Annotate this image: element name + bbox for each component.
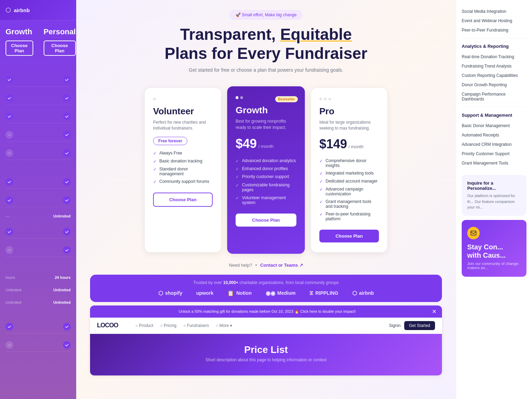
growth-feature-3: ✓Priority customer support [236,174,296,179]
stay-connected-title: Stay Con...with Caus... [467,243,521,259]
locoo-nav-more[interactable]: ○More▾ [216,323,232,328]
volunteer-feature-3: ✓Standard donor management [153,167,213,176]
growth-period: / month [258,143,274,149]
x-icon-left-11: ✕ [6,341,13,349]
locoo-logo: LOCOO [97,322,118,329]
inquire-card: Inquire for a Personalize... Our platfor… [462,175,526,216]
locoo-nav-actions: Signin Get Started [389,321,435,330]
logos-row: ⬡ shopify upwork 📋 Notion ◉◉ Medium ⧖ RI… [104,290,428,296]
locoo-nav-product[interactable]: ○Product [135,323,153,328]
sidebar-growth-label: Growth [6,27,33,36]
feature-row-6 [6,175,71,189]
time-left-2: Unlimited [6,288,21,292]
volunteer-cta-button[interactable]: Choose Plan [153,193,213,207]
sidebar-choose-plan-personal[interactable]: Choose Plan [44,41,76,56]
feature-row-8 [6,225,71,239]
rs-analytics-title: Analytics & Reporting [462,44,526,49]
growth-dot-1 [236,96,238,99]
locoo-nav-pricing[interactable]: ○Pricing [160,323,177,328]
airbnb-label: airbnb [359,290,374,296]
hero-title-highlight: Equitable [280,25,352,43]
volunteer-feature-2: ✓Basic donation tracking [153,159,213,164]
rs-grant-tools[interactable]: Grant Management Tools [462,159,526,168]
rs-automated-receipts[interactable]: Automated Receipts [462,131,526,140]
feature-row-1 [6,73,71,87]
volunteer-free-badge: Free forever [153,137,187,145]
pro-feature-1: ✓Comprehensive donor insights [319,158,379,168]
pro-feature-4: ✓Advanced campaign customization [319,187,379,196]
volunteer-plan-name: Volunteer [153,106,213,117]
pro-price: $149 [319,137,347,151]
growth-feature-1: ✓Advanced donation analytics [236,158,296,163]
pro-cta-button[interactable]: Choose Plan [319,230,379,242]
stay-connected-body: Join our community of change-makers an..… [467,261,521,270]
right-sidebar: Social Media Integration Event and Webin… [456,0,532,399]
volunteer-card: Volunteer Perfect for new charities and … [145,88,221,252]
sidebar-choose-plan-growth[interactable]: Choose Plan [6,41,33,56]
volunteer-features: ✓Always Free ✓Basic donation tracking ✓S… [153,151,213,184]
rs-event-hosting[interactable]: Event and Webinar Hosting [462,16,526,26]
logo-notion: 📋 Notion [227,290,251,296]
check-right-2 [63,94,71,102]
rs-divider-1 [462,38,526,38]
time-left-3: Unlimited [6,300,21,304]
feature-row-11: ✕ [6,338,71,352]
time-row-1: hours 24 hours [6,274,71,281]
help-row: Need help? • Contact or Teams ↗ [76,259,456,271]
sidebar-header: ⬡ airbnb [0,0,76,20]
rs-donor-growth[interactable]: Donor Growth Reporting [462,80,526,90]
rs-custom-reporting[interactable]: Custom Reporting Capabilities [462,71,526,80]
hero-subtitle: Get started for free or choose a plan th… [90,67,442,73]
locoo-signin[interactable]: Signin [389,323,400,328]
rs-basic-donor[interactable]: Basic Donor Management [462,121,526,131]
main-content: 🚀 Small effort, Make big change Transpar… [76,0,456,399]
volunteer-feature-4: ✓Community support forums [153,179,213,184]
rs-campaign-performance[interactable]: Campaign Performance Dashboards [462,90,526,104]
growth-cta-button[interactable]: Choose Plan [236,213,296,227]
locoo-get-started-button[interactable]: Get Started [404,321,435,330]
rs-fundraising-trend[interactable]: Fundraising Trend Analysis [462,62,526,71]
growth-feature-4: ✓Customizable fundraising pages [236,183,296,193]
x-icon-left-9: ✕ [6,246,13,254]
unlim-left: — [6,214,9,218]
locoo-hero-title: Price List [97,344,435,355]
rs-divider-2 [462,107,526,107]
contact-link[interactable]: Contact or Teams ↗ [260,263,303,268]
feature-row-2 [6,91,71,105]
growth-card: Bestseller Growth Best for growing nonpr… [227,87,305,254]
trusted-count: 10,000+ [223,280,238,285]
rs-advanced-crm[interactable]: Advanced CRM Integration [462,140,526,149]
medium-label: Medium [277,290,296,296]
volunteer-feature-1: ✓Always Free [153,151,213,156]
shopify-label: shopify [165,290,183,296]
dot-1 [153,98,156,100]
logo-medium: ◉◉ Medium [266,290,296,296]
pro-dot-1 [319,98,322,100]
check-right-1 [63,76,71,83]
locoo-nav-fundraisers[interactable]: ○Fundraisers [184,323,209,328]
pro-price-row: $149 / month [319,137,379,151]
trusted-banner: Trusted by over 10,000+ charitable organ… [90,275,442,302]
rs-social-media[interactable]: Social Media Integration [462,7,526,16]
rs-priority-support[interactable]: Priority Customer Support [462,149,526,159]
feature-row-5: ✕ [6,147,71,160]
rs-peer-fundraising[interactable]: Peer-to-Peer Fundraising [462,26,526,35]
feature-row-4: ✕ [6,128,71,142]
pro-dot-2 [324,98,327,100]
check-left-8 [6,228,13,236]
rs-realtime-donation[interactable]: Real-time Donation Tracking [462,52,526,62]
email-icon [467,227,480,239]
check-right-3 [63,113,71,120]
left-sidebar: ⬡ airbnb Growth Choose Plan Personal Cho… [0,0,76,399]
locoo-nav-items: ○Product ○Pricing ○Fundraisers ○More▾ [135,323,379,328]
logo-rippling: ⧖ RIPPLING [309,290,338,296]
x-icon-left-4: ✕ [6,131,13,139]
pro-card: Pro Ideal for large organizations seekin… [311,88,387,252]
feature-row-10 [6,320,71,334]
pro-dot-3 [328,98,331,100]
locoo-banner-text: Unlock a 50% matching gift for donations… [103,309,432,314]
airbnb-icon: ⬡ [6,6,11,14]
check-right-4 [63,131,71,139]
locoo-promo-banner: Unlock a 50% matching gift for donations… [90,305,442,318]
locoo-banner-close-icon[interactable]: ✕ [432,308,436,315]
